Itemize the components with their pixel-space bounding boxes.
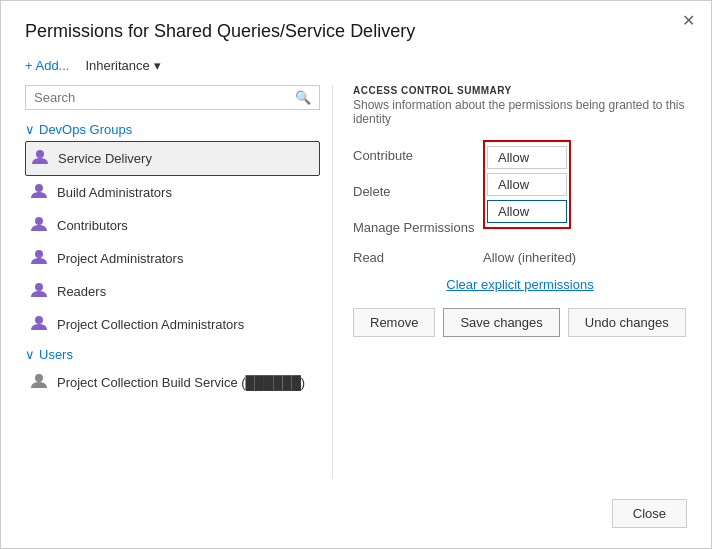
list-item-project-collection-admins[interactable]: Project Collection Administrators xyxy=(25,308,320,341)
dialog-title: Permissions for Shared Queries/Service D… xyxy=(25,21,687,42)
close-icon[interactable]: ✕ xyxy=(682,13,695,29)
dialog: ✕ Permissions for Shared Queries/Service… xyxy=(0,0,712,549)
search-icon: 🔍 xyxy=(295,90,311,105)
content-area: 🔍 ∨ DevOps Groups Service Delivery xyxy=(25,85,687,479)
chevron-down-icon: ▾ xyxy=(154,58,161,73)
right-panel: ACCESS CONTROL SUMMARY Shows information… xyxy=(333,85,687,479)
list-item-contributors[interactable]: Contributors xyxy=(25,209,320,242)
devops-groups-header[interactable]: ∨ DevOps Groups xyxy=(25,120,320,139)
remove-button[interactable]: Remove xyxy=(353,308,435,337)
left-panel: 🔍 ∨ DevOps Groups Service Delivery xyxy=(25,85,333,479)
dialog-footer: Close xyxy=(25,479,687,528)
perm-read-row: ReadAllow (inherited) xyxy=(353,250,687,265)
devops-chevron-icon: ∨ xyxy=(25,122,35,137)
list-item-label: Readers xyxy=(57,284,106,299)
inheritance-label: Inheritance xyxy=(85,58,149,73)
list-item-label: Build Administrators xyxy=(57,185,172,200)
person-icon xyxy=(29,280,49,303)
list-item-service-delivery[interactable]: Service Delivery xyxy=(25,141,320,176)
add-button[interactable]: + Add... xyxy=(25,58,69,73)
person-icon xyxy=(29,371,49,394)
perm-value-read: Allow (inherited) xyxy=(483,250,576,265)
perm-label: Delete xyxy=(353,176,483,206)
svg-point-4 xyxy=(35,283,43,291)
save-changes-button[interactable]: Save changes xyxy=(443,308,559,337)
devops-groups-label: DevOps Groups xyxy=(39,122,132,137)
undo-changes-button[interactable]: Undo changes xyxy=(568,308,686,337)
svg-point-5 xyxy=(35,316,43,324)
perm-label-read: Read xyxy=(353,250,483,265)
users-label: Users xyxy=(39,347,73,362)
search-box: 🔍 xyxy=(25,85,320,110)
list-item-label: Contributors xyxy=(57,218,128,233)
access-control-desc: Shows information about the permissions … xyxy=(353,98,687,126)
person-icon xyxy=(29,181,49,204)
svg-point-2 xyxy=(35,217,43,225)
inheritance-button[interactable]: Inheritance ▾ xyxy=(85,58,160,73)
list-item-label: Project Collection Build Service (██████… xyxy=(57,375,305,390)
list-item-label: Project Administrators xyxy=(57,251,183,266)
footer-close-button[interactable]: Close xyxy=(612,499,687,528)
perm-value: Allow xyxy=(487,173,567,196)
svg-point-0 xyxy=(36,150,44,158)
list-item-label: Service Delivery xyxy=(58,151,152,166)
action-buttons: Remove Save changes Undo changes xyxy=(353,308,687,337)
svg-point-1 xyxy=(35,184,43,192)
list-item-readers[interactable]: Readers xyxy=(25,275,320,308)
list-item-build-admins[interactable]: Build Administrators xyxy=(25,176,320,209)
list-item-label: Project Collection Administrators xyxy=(57,317,244,332)
person-icon xyxy=(29,214,49,237)
permissions-table: ContributeDeleteManage PermissionsAllowA… xyxy=(353,140,687,265)
perm-label: Manage Permissions xyxy=(353,212,483,242)
perm-value: Allow xyxy=(487,200,567,223)
svg-point-6 xyxy=(35,374,43,382)
person-icon xyxy=(29,313,49,336)
svg-point-3 xyxy=(35,250,43,258)
perm-label: Contribute xyxy=(353,140,483,170)
clear-permissions-button[interactable]: Clear explicit permissions xyxy=(353,277,687,292)
users-header[interactable]: ∨ Users xyxy=(25,345,320,364)
search-input[interactable] xyxy=(34,90,295,105)
list-item-project-admins[interactable]: Project Administrators xyxy=(25,242,320,275)
person-icon xyxy=(30,147,50,170)
list-item-project-collection-build[interactable]: Project Collection Build Service (██████… xyxy=(25,366,320,399)
toolbar: + Add... Inheritance ▾ xyxy=(25,58,687,73)
access-control-title: ACCESS CONTROL SUMMARY xyxy=(353,85,687,96)
person-icon xyxy=(29,247,49,270)
users-chevron-icon: ∨ xyxy=(25,347,35,362)
perm-value: Allow xyxy=(487,146,567,169)
